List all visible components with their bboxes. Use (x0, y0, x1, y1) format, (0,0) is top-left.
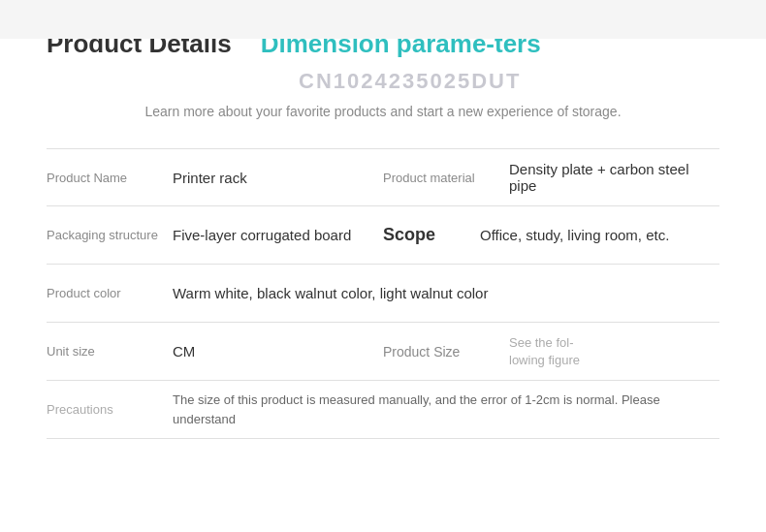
table-section: Product Name Printer rack Product materi… (0, 148, 766, 439)
right-half: Scope Office, study, living room, etc. (383, 225, 719, 245)
table-row: Unit size CM Product Size See the fol-lo… (47, 323, 719, 381)
unit-size-label: Unit size (47, 344, 173, 359)
product-name-label: Product Name (47, 171, 173, 185)
product-size-label: Product Size (383, 344, 509, 360)
product-color-value: Warm white, black walnut color, light wa… (173, 285, 719, 301)
packaging-value: Five-layer corrugated board (173, 227, 383, 243)
table-row: Product Name Printer rack Product materi… (47, 148, 719, 206)
product-material-label: Product material (383, 171, 509, 185)
table-row: Packaging structure Five-layer corrugate… (47, 206, 719, 265)
page-container: Product Details Dimension parame-ters CN… (0, 0, 766, 532)
left-half: Unit size CM (47, 343, 383, 360)
right-half: Product material Density plate + carbon … (383, 161, 719, 194)
unit-size-value: CM (173, 343, 383, 360)
precautions-value: The size of this product is measured man… (173, 391, 719, 428)
row-cols: Packaging structure Five-layer corrugate… (47, 225, 719, 245)
scope-label: Scope (383, 225, 480, 245)
right-half: Product Size See the fol-lowing figure (383, 334, 719, 369)
product-size-value: See the fol-lowing figure (509, 334, 719, 369)
product-material-value: Density plate + carbon steel pipe (509, 161, 719, 194)
row-cols: Product Name Printer rack Product materi… (47, 161, 719, 194)
subtitle: Learn more about your favorite products … (47, 104, 719, 119)
table-row: Precautions The size of this product is … (47, 381, 719, 439)
top-background (0, 0, 766, 39)
product-code: CN1024235025DUT (299, 69, 521, 94)
table-row: Product color Warm white, black walnut c… (47, 265, 719, 323)
packaging-label: Packaging structure (47, 228, 173, 242)
left-half: Packaging structure Five-layer corrugate… (47, 227, 383, 243)
precautions-label: Precautions (47, 402, 173, 417)
scope-value: Office, study, living room, etc. (480, 227, 719, 243)
product-color-label: Product color (47, 286, 173, 300)
row-cols: Unit size CM Product Size See the fol-lo… (47, 334, 719, 369)
product-name-value: Printer rack (173, 170, 383, 186)
left-half: Product Name Printer rack (47, 170, 383, 186)
